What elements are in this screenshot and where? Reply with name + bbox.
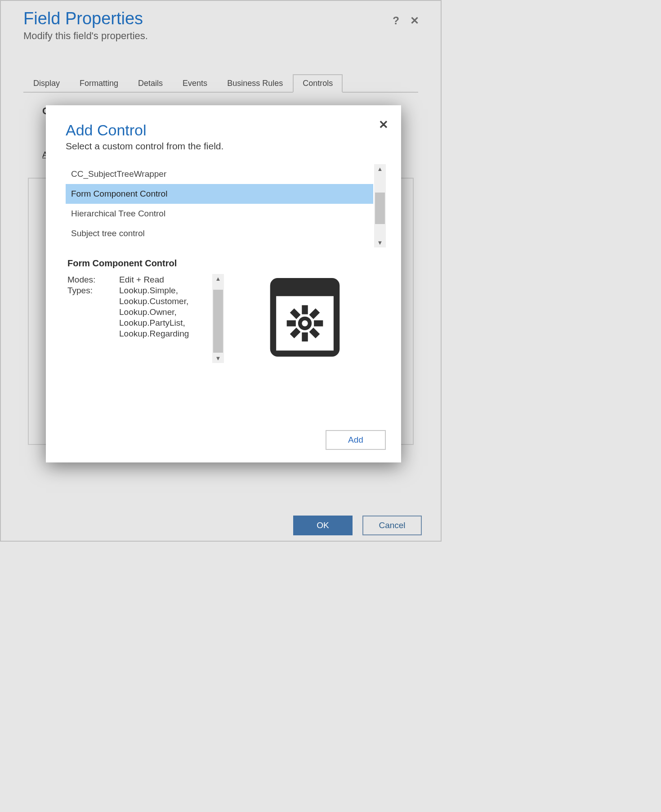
svg-rect-6: [287, 320, 296, 326]
close-icon[interactable]: ✕: [410, 14, 419, 27]
scroll-thumb[interactable]: [375, 193, 385, 224]
modal-subtitle: Select a custom control from the field.: [66, 141, 401, 152]
add-button[interactable]: Add: [326, 430, 386, 450]
tab-formatting[interactable]: Formatting: [70, 74, 128, 93]
types-value: Lookup.Regarding: [119, 329, 209, 339]
scroll-up-icon[interactable]: ▲: [377, 164, 383, 174]
control-list-item[interactable]: Form Component Control: [66, 184, 373, 204]
tab-controls[interactable]: Controls: [293, 74, 343, 93]
types-label: Types:: [67, 286, 119, 296]
svg-rect-7: [314, 320, 323, 326]
modes-label: Modes:: [67, 275, 119, 285]
modes-value: Edit + Read: [119, 275, 209, 285]
tab-business-rules[interactable]: Business Rules: [217, 74, 293, 93]
modal-close-icon[interactable]: ✕: [379, 118, 389, 132]
cancel-button[interactable]: Cancel: [362, 516, 422, 535]
svg-point-3: [302, 320, 308, 326]
dialog-footer: OK Cancel: [293, 516, 422, 535]
types-value: Lookup.Customer,: [119, 296, 209, 306]
scroll-up-icon[interactable]: ▲: [215, 274, 221, 283]
scroll-down-icon[interactable]: ▼: [215, 354, 221, 363]
control-list-item[interactable]: CC_SubjectTreeWrapper: [66, 164, 373, 184]
types-value: Lookup.PartyList,: [119, 318, 209, 328]
svg-rect-4: [302, 305, 308, 314]
dialog-subtitle: Modify this field's properties.: [23, 30, 418, 42]
add-control-modal: ✕ Add Control Select a custom control fr…: [46, 105, 401, 462]
selected-control-name: Form Component Control: [67, 258, 401, 269]
svg-rect-5: [302, 332, 308, 341]
dialog-title: Field Properties: [23, 9, 418, 28]
modal-title: Add Control: [66, 121, 401, 139]
tabstrip: Display Formatting Details Events Busine…: [23, 73, 418, 93]
control-list-item[interactable]: Hierarchical Tree Control: [66, 204, 373, 224]
dialog-header: Field Properties Modify this field's pro…: [1, 1, 441, 42]
properties-scrollbar[interactable]: ▲ ▼: [212, 274, 224, 363]
ok-button[interactable]: OK: [293, 516, 353, 535]
types-value: Lookup.Simple,: [119, 286, 209, 296]
tab-events[interactable]: Events: [173, 74, 217, 93]
control-list: CC_SubjectTreeWrapper Form Component Con…: [66, 164, 386, 247]
help-icon[interactable]: ?: [393, 14, 399, 27]
tab-details[interactable]: Details: [128, 74, 173, 93]
scroll-down-icon[interactable]: ▼: [377, 238, 383, 247]
control-list-scrollbar[interactable]: ▲ ▼: [374, 164, 386, 247]
field-properties-dialog: Field Properties Modify this field's pro…: [0, 0, 442, 542]
scroll-thumb[interactable]: [213, 290, 223, 353]
control-preview-icon: [267, 275, 343, 363]
control-detail-row: Modes: Types: Edit + Read Lookup.Simple,…: [67, 275, 401, 363]
control-list-item[interactable]: Subject tree control: [66, 224, 373, 243]
control-properties: Modes: Types: Edit + Read Lookup.Simple,…: [67, 275, 225, 363]
types-value: Lookup.Owner,: [119, 307, 209, 317]
tab-display[interactable]: Display: [23, 74, 70, 93]
